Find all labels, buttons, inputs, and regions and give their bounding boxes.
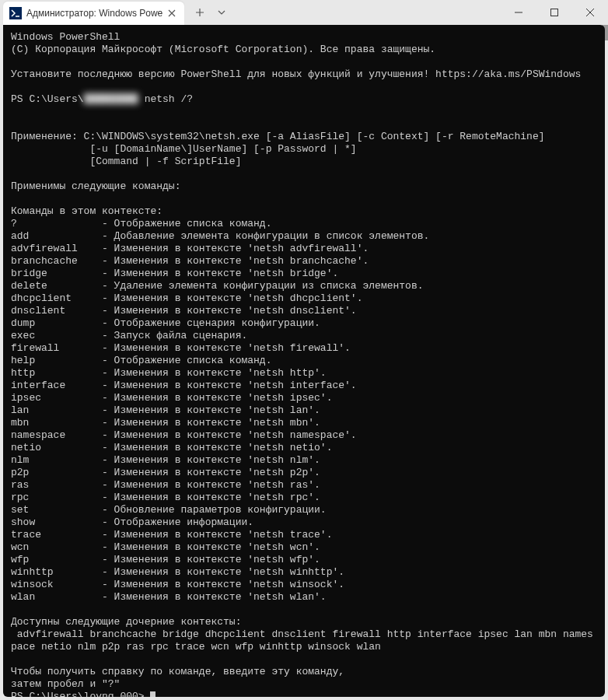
tab[interactable]: Администратор: Windows Powe: [3, 2, 184, 25]
terminal[interactable]: Windows PowerShell (C) Корпорация Майкро…: [3, 25, 605, 697]
terminal-output: Windows PowerShell (C) Корпорация Майкро…: [11, 31, 597, 697]
powershell-icon: [9, 7, 22, 19]
maximize-button[interactable]: [536, 0, 572, 25]
cursor: [150, 691, 155, 697]
window-controls: [501, 0, 608, 25]
close-button[interactable]: [572, 0, 608, 25]
new-tab-button[interactable]: [189, 2, 211, 23]
tab-close-button[interactable]: [166, 7, 178, 19]
tab-actions: [189, 2, 232, 23]
title-bar: Администратор: Windows Powe: [0, 0, 608, 25]
minimize-button[interactable]: [501, 0, 536, 25]
svg-rect-0: [551, 9, 558, 16]
tab-dropdown-button[interactable]: [211, 2, 232, 23]
tab-title: Администратор: Windows Powe: [26, 8, 162, 19]
